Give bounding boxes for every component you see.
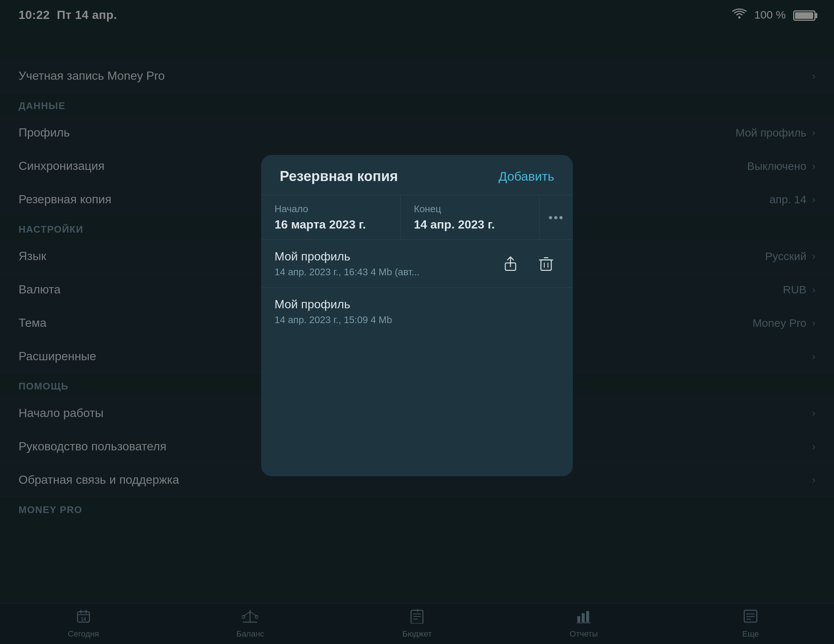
modal-body-empty bbox=[261, 335, 573, 476]
backup-1-info: Мой профиль 14 апр. 2023 г., 16:43 4 Mb … bbox=[275, 250, 420, 278]
ellipsis-icon: ••• bbox=[548, 210, 564, 224]
backup-1-actions bbox=[497, 250, 559, 277]
delete-button-1[interactable] bbox=[533, 250, 559, 277]
end-date-label: Конец bbox=[414, 203, 527, 215]
backup-2-name: Мой профиль bbox=[275, 297, 392, 311]
backup-item-2[interactable]: Мой профиль 14 апр. 2023 г., 15:09 4 Mb bbox=[261, 288, 573, 335]
date-range-row: Начало 16 марта 2023 г. Конец 14 апр. 20… bbox=[261, 195, 573, 240]
date-range-more-button[interactable]: ••• bbox=[540, 195, 573, 240]
end-date-selector[interactable]: Конец 14 апр. 2023 г. bbox=[400, 195, 540, 240]
share-button-1[interactable] bbox=[497, 250, 524, 277]
backup-2-info: Мой профиль 14 апр. 2023 г., 15:09 4 Mb bbox=[275, 297, 392, 326]
backup-item-1[interactable]: Мой профиль 14 апр. 2023 г., 16:43 4 Mb … bbox=[261, 240, 573, 288]
start-date-label: Начало bbox=[275, 203, 387, 215]
modal-header: Резервная копия Добавить bbox=[261, 155, 573, 195]
svg-rect-26 bbox=[541, 260, 551, 270]
backup-1-name: Мой профиль bbox=[275, 250, 420, 263]
backup-modal: Резервная копия Добавить Начало 16 марта… bbox=[261, 155, 573, 476]
backup-2-meta: 14 апр. 2023 г., 15:09 4 Mb bbox=[275, 314, 392, 326]
modal-title: Резервная копия bbox=[280, 168, 398, 184]
end-date-value: 14 апр. 2023 г. bbox=[414, 218, 527, 231]
start-date-value: 16 марта 2023 г. bbox=[275, 218, 387, 231]
backup-1-meta: 14 апр. 2023 г., 16:43 4 Mb (авт... bbox=[275, 266, 420, 278]
start-date-selector[interactable]: Начало 16 марта 2023 г. bbox=[261, 195, 400, 240]
add-backup-button[interactable]: Добавить bbox=[499, 169, 554, 184]
